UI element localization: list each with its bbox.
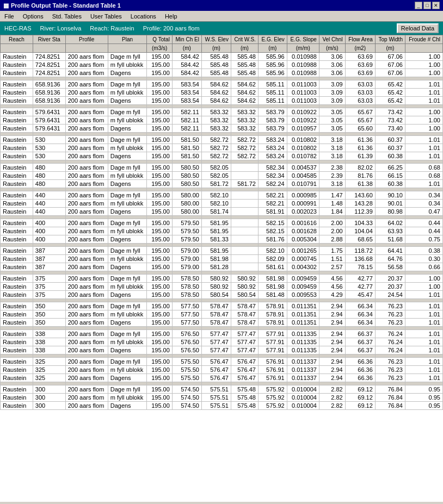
river-label: River: Lonselva	[40, 25, 82, 32]
col-unit-velchnl: (m/s)	[319, 44, 345, 53]
table-row: Raustein300200 aars flomm fyll ublokk195…	[1, 394, 443, 402]
table-row: Raustein325200 aars flomm fyll ublokk195…	[1, 366, 443, 374]
header-row-1: Reach River Sta Profile Plan Q Total Min…	[1, 35, 443, 44]
col-header-qtotal: Q Total	[147, 35, 172, 44]
reload-data-button[interactable]: Reload Data	[397, 23, 439, 33]
table-row: Raustein400200 aars flomDagens195.00579.…	[1, 235, 443, 244]
maximize-button[interactable]: □	[423, 2, 431, 9]
col-unit-egelev: (m)	[258, 44, 287, 53]
table-row: Raustein480200 aars flomm fyll ublokk195…	[1, 172, 443, 180]
col-header-profile: Profile	[65, 35, 108, 44]
table-row: Raustein400200 aars flomm fyll ublokk195…	[1, 227, 443, 235]
table-row: Raustein480200 aars flomDage m fyll195.0…	[1, 164, 443, 172]
table-row: Raustein440200 aars flomm fyll ublokk195…	[1, 200, 443, 208]
profile-output-table: Reach River Sta Profile Plan Q Total Min…	[0, 35, 443, 410]
table-row: Raustein724.8251200 aars flomm fyll ublo…	[1, 61, 443, 69]
col-unit-plan	[108, 44, 147, 53]
table-row: Raustein387200 aars flomDage m fyll195.0…	[1, 247, 443, 255]
col-header-froude: Froude # Chl	[405, 35, 442, 44]
table-row: Raustein375200 aars flomm fyll ublokk195…	[1, 283, 443, 291]
table-row: Raustein375200 aars flomDage m fyll195.0…	[1, 275, 443, 283]
data-table-container: Reach River Sta Profile Plan Q Total Min…	[0, 35, 443, 502]
close-button[interactable]: ✕	[432, 2, 440, 9]
col-header-riversta: River Sta	[33, 35, 65, 44]
col-header-wselev: W.S. Elev	[201, 35, 231, 44]
table-row: Raustein530200 aars flomDagens195.00581.…	[1, 152, 443, 160]
table-row: Raustein387200 aars flomDagens195.00579.…	[1, 263, 443, 271]
table-row: Raustein480200 aars flomDagens195.00580.…	[1, 180, 443, 188]
col-unit-wselev: (m)	[201, 44, 231, 53]
table-row: Raustein325200 aars flomDagens195.00575.…	[1, 374, 443, 382]
col-unit-minchel: (m)	[172, 44, 201, 53]
menu-help[interactable]: Help	[163, 13, 180, 20]
table-row: Raustein338200 aars flomDagens195.00576.…	[1, 346, 443, 354]
menu-options[interactable]: Options	[21, 13, 46, 20]
col-header-minchel: Min Ch El	[172, 35, 201, 44]
col-header-velchnl: Vel Chnl	[319, 35, 345, 44]
col-header-egslope: E.G. Slope	[287, 35, 319, 44]
table-row: Raustein300200 aars flomDage m fyll195.0…	[1, 385, 443, 394]
table-icon: ▦	[3, 2, 9, 9]
table-row: Raustein375200 aars flomDagens195.00578.…	[1, 291, 443, 299]
title-bar: ▦ Profile Output Table - Standard Table …	[0, 0, 443, 11]
menu-std-tables[interactable]: Std. Tables	[50, 13, 84, 20]
table-row: Raustein440200 aars flomDagens195.00580.…	[1, 208, 443, 216]
table-row: Raustein658.9136200 aars flomm fyll ublo…	[1, 89, 443, 97]
table-row: Raustein338200 aars flomDage m fyll195.0…	[1, 330, 443, 338]
table-row: Raustein579.6431200 aars flomDagens195.0…	[1, 125, 443, 133]
table-row: Raustein300200 aars flomDagens195.00574.…	[1, 402, 443, 410]
col-unit-topwidth: (m)	[375, 44, 405, 53]
table-row: Raustein350200 aars flomDage m fyll195.0…	[1, 302, 443, 310]
table-row: Raustein724.8251200 aars flomDage m fyll…	[1, 53, 443, 61]
reach-label: Reach: Raustein	[90, 25, 134, 32]
table-row: Raustein530200 aars flomm fyll ublokk195…	[1, 144, 443, 152]
hec-info-bar: HEC-RAS River: Lonselva Reach: Raustein …	[0, 22, 443, 35]
table-row: Raustein658.9136200 aars flomDagens195.0…	[1, 97, 443, 105]
table-row: Raustein400200 aars flomDage m fyll195.0…	[1, 219, 443, 227]
col-unit-egslope: (m/m)	[287, 44, 319, 53]
table-row: Raustein579.6431200 aars flomDage m fyll…	[1, 108, 443, 116]
table-row: Raustein325200 aars flomDage m fyll195.0…	[1, 358, 443, 366]
col-header-reach: Reach	[1, 35, 33, 44]
table-row: Raustein338200 aars flomm fyll ublokk195…	[1, 338, 443, 346]
table-row: Raustein658.9136200 aars flomDage m fyll…	[1, 80, 443, 89]
hec-ras-label: HEC-RAS	[4, 25, 32, 32]
col-unit-critws: (m)	[231, 44, 258, 53]
table-row: Raustein440200 aars flomDage m fyll195.0…	[1, 191, 443, 200]
table-row: Raustein579.6431200 aars flomm fyll ublo…	[1, 116, 443, 125]
col-unit-profile	[65, 44, 108, 53]
title-controls: _ □ ✕	[415, 2, 440, 9]
menu-user-tables[interactable]: User Tables	[88, 13, 124, 20]
col-header-topwidth: Top Width	[375, 35, 405, 44]
col-unit-reach	[1, 44, 33, 53]
window-title: ▦ Profile Output Table - Standard Table …	[3, 2, 121, 9]
table-row: Raustein350200 aars flomDagens195.00577.…	[1, 319, 443, 327]
hec-info-labels: HEC-RAS River: Lonselva Reach: Raustein …	[4, 25, 200, 32]
header-row-2: (m3/s) (m) (m) (m) (m) (m/m) (m/s) (m2) …	[1, 44, 443, 53]
col-header-flowarea: Flow Area	[345, 35, 375, 44]
table-row: Raustein724.8251200 aars flomDagens195.0…	[1, 69, 443, 77]
profile-label: Profile: 200 aars flom	[143, 25, 200, 32]
menu-locations[interactable]: Locations	[128, 13, 158, 20]
table-body: Raustein724.8251200 aars flomDage m fyll…	[1, 53, 443, 410]
col-unit-froude	[405, 44, 442, 53]
menu-file[interactable]: File	[2, 13, 16, 20]
col-header-egelev: E.G. Elev	[258, 35, 287, 44]
table-row: Raustein530200 aars flomDage m fyll195.0…	[1, 136, 443, 144]
col-unit-qtotal: (m3/s)	[147, 44, 172, 53]
col-header-critws: Crit W.S.	[231, 35, 258, 44]
table-row: Raustein387200 aars flomm fyll ublokk195…	[1, 255, 443, 263]
minimize-button[interactable]: _	[415, 2, 422, 9]
col-header-plan: Plan	[108, 35, 147, 44]
col-unit-riversta	[33, 44, 65, 53]
menu-bar: File Options Std. Tables User Tables Loc…	[0, 11, 443, 22]
table-row: Raustein350200 aars flomm fyll ublokk195…	[1, 310, 443, 319]
col-unit-flowarea: (m2)	[345, 44, 375, 53]
